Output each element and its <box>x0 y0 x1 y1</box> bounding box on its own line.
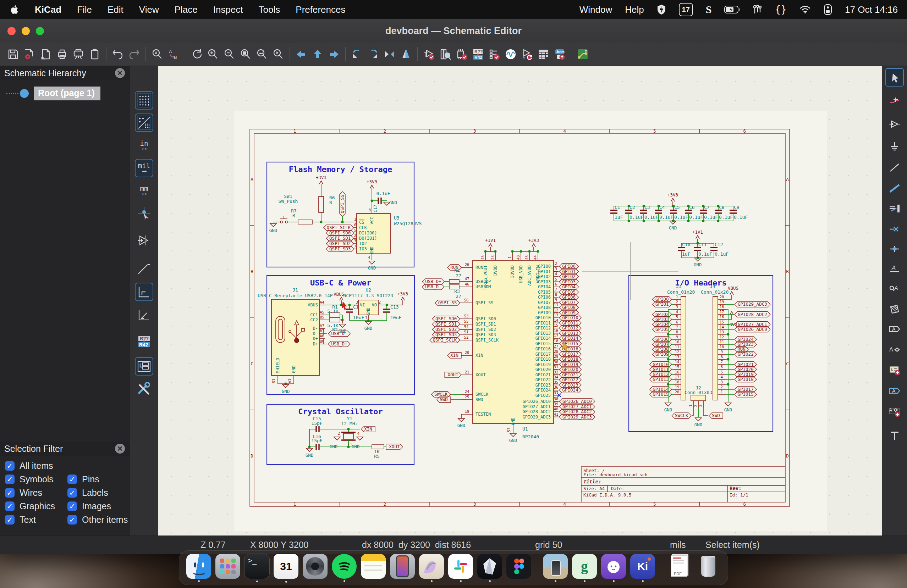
draw-bus-tool[interactable] <box>886 179 903 197</box>
menu-file[interactable]: File <box>77 4 92 15</box>
annotate-auto-button[interactable]: R??R42 <box>136 333 152 350</box>
free-angle-wire-button[interactable] <box>136 260 152 277</box>
zoom-selection-button[interactable] <box>271 47 286 62</box>
footprint-checker-button[interactable] <box>454 47 469 62</box>
grid-dots-button[interactable] <box>136 92 152 109</box>
hierarchy-root-item[interactable]: Root (page 1) <box>0 86 130 101</box>
dock-aperture-app[interactable] <box>301 554 330 582</box>
save-button[interactable] <box>6 47 21 62</box>
dock-obsidian[interactable] <box>475 554 504 582</box>
symbol-fields-table-button[interactable] <box>536 47 551 62</box>
draw-wire-tool[interactable] <box>886 159 903 176</box>
45-degree-wire-button[interactable] <box>136 307 152 323</box>
wifi-icon[interactable] <box>800 3 811 16</box>
dock-spotify[interactable] <box>330 554 359 582</box>
zoom-fit-page-button[interactable] <box>238 47 253 62</box>
dock-figma[interactable] <box>504 554 534 582</box>
run-erc-button[interactable] <box>487 47 502 62</box>
shield-icon[interactable] <box>657 3 666 16</box>
crosshair-cursor-button[interactable] <box>136 205 152 222</box>
hv-wire-button[interactable] <box>136 283 152 300</box>
highlight-net-tool[interactable] <box>886 91 903 109</box>
text-tool[interactable] <box>886 428 903 445</box>
checkbox-icon[interactable]: ✓ <box>5 502 14 511</box>
junction-tool[interactable] <box>886 240 903 257</box>
mirror-horizontal-button[interactable] <box>399 47 413 62</box>
new-sheet-tool[interactable] <box>886 362 903 379</box>
filter-symbols[interactable]: ✓Symbols <box>5 474 67 484</box>
dock-terminal[interactable]: >_ <box>242 554 271 582</box>
s-app-icon[interactable]: S <box>706 3 712 16</box>
simulator-button[interactable] <box>503 47 518 62</box>
calendar-icon[interactable]: 17 <box>679 3 693 16</box>
menu-help[interactable]: Help <box>625 4 644 15</box>
dock-launchpad[interactable] <box>213 554 242 582</box>
filter-text[interactable]: ✓Text <box>5 514 67 525</box>
dock-creative-app[interactable] <box>417 554 446 582</box>
sheet-pin-tool[interactable]: A <box>886 382 903 399</box>
net-class-directive-tool[interactable]: A <box>886 280 903 297</box>
dock-grammarly[interactable]: g <box>570 554 599 582</box>
menu-place[interactable]: Place <box>175 4 198 15</box>
rotate-cw-button[interactable] <box>366 47 381 62</box>
mirror-vertical-button[interactable] <box>382 47 397 62</box>
schematic-setup-button[interactable] <box>22 47 37 62</box>
filter-labels[interactable]: ✓Labels <box>67 487 130 498</box>
dock-calendar[interactable]: 31 <box>271 553 301 583</box>
zoom-fit-objects-button[interactable] <box>255 47 269 62</box>
rule-area-tool[interactable] <box>886 300 903 317</box>
export-bom-button[interactable]: .bom <box>552 47 567 62</box>
nav-forward-button[interactable] <box>327 47 341 62</box>
window-title-bar[interactable]: devboard — Schematic Editor <box>0 19 907 43</box>
checkbox-icon[interactable]: ✓ <box>5 461 14 471</box>
page-settings-button[interactable] <box>38 47 53 62</box>
hierarchy-navigator-button[interactable] <box>136 358 152 375</box>
dock-iphone-mirroring[interactable] <box>388 554 417 582</box>
redo-button[interactable] <box>127 47 142 62</box>
nav-back-button[interactable] <box>294 47 309 62</box>
dock-slack[interactable] <box>446 554 475 582</box>
close-icon[interactable]: ✕ <box>115 444 125 454</box>
dock-photos-folder[interactable] <box>541 554 570 582</box>
braces-icon[interactable]: {} <box>775 3 787 16</box>
schematic-canvas[interactable]: 112233445566AABBCCDDSheet: /File: devboa… <box>158 66 882 535</box>
dock-kicad[interactable]: Ki <box>628 554 657 582</box>
place-symbol-tool[interactable] <box>886 116 903 133</box>
select-tool[interactable] <box>886 69 903 86</box>
wire-to-bus-entry-tool[interactable] <box>886 200 903 217</box>
paste-button[interactable] <box>87 47 102 62</box>
units-inches-button[interactable]: in⟷ <box>136 137 152 154</box>
filter-other-items[interactable]: ✓Other items <box>67 514 130 525</box>
dock-finder[interactable] <box>184 554 213 582</box>
menu-edit[interactable]: Edit <box>107 4 123 15</box>
filter-pins[interactable]: ✓Pins <box>67 474 130 484</box>
menu-view[interactable]: View <box>139 4 159 15</box>
place-power-tool[interactable] <box>886 138 903 155</box>
units-mm-button[interactable]: mm⟷ <box>136 182 152 199</box>
find-replace-button[interactable]: AB <box>166 47 181 62</box>
dock-trash[interactable] <box>694 554 723 582</box>
undo-button[interactable] <box>111 47 125 62</box>
hierarchical-label-tool[interactable]: A <box>886 341 903 358</box>
checkbox-icon[interactable]: ✓ <box>5 475 14 484</box>
filter-wires[interactable]: ✓Wires <box>5 487 67 498</box>
grid-override-button[interactable] <box>136 114 152 131</box>
passwords-icon[interactable] <box>753 3 762 16</box>
dock-github[interactable] <box>599 554 628 582</box>
library-browser-button[interactable] <box>438 47 453 62</box>
zoom-in-button[interactable] <box>205 47 220 62</box>
menu-inspect[interactable]: Inspect <box>213 4 243 15</box>
hidden-pins-button[interactable] <box>136 232 152 249</box>
net-label-tool[interactable]: A <box>886 260 903 277</box>
refresh-view-button[interactable] <box>189 47 204 62</box>
zoom-out-button[interactable] <box>222 47 237 62</box>
filter-all-items[interactable]: ✓All items <box>5 461 126 471</box>
open-pcb-editor-button[interactable] <box>575 47 590 62</box>
global-label-tool[interactable]: A <box>886 321 903 338</box>
checkbox-icon[interactable]: ✓ <box>67 488 77 498</box>
nav-up-button[interactable] <box>310 47 325 62</box>
menu-window[interactable]: Window <box>580 4 612 15</box>
menu-preferences[interactable]: Preferences <box>296 4 345 15</box>
find-button[interactable]: A <box>150 47 165 62</box>
import-sheet-pin-tool[interactable]: A <box>886 403 903 420</box>
